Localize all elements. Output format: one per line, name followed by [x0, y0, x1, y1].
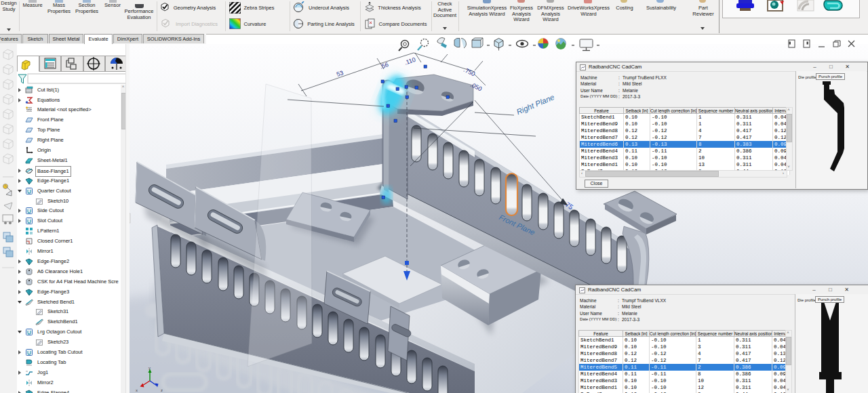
svg-text:y: y — [149, 366, 151, 370]
svg-text:z: z — [161, 388, 163, 392]
svg-text:x: x — [136, 388, 138, 392]
